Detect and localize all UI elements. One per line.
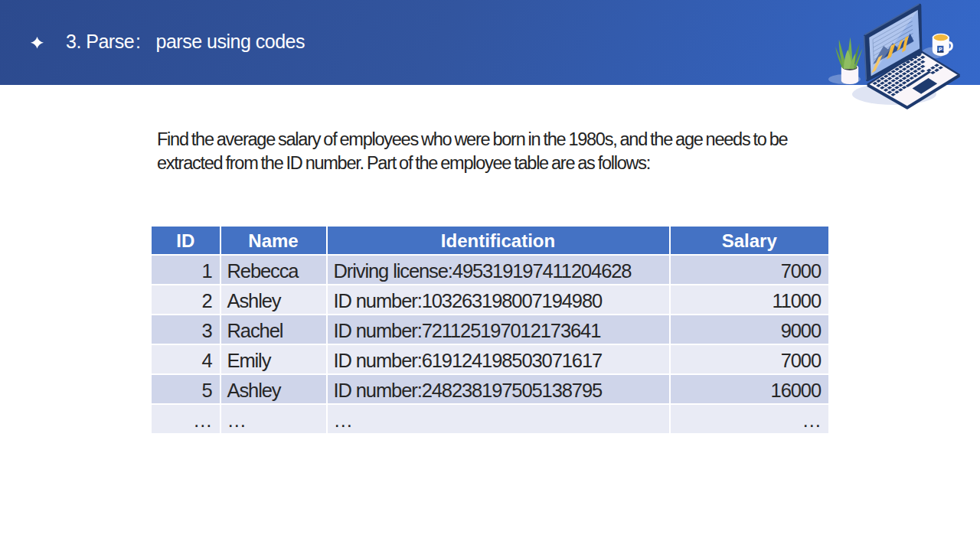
svg-text:P: P (939, 47, 942, 52)
